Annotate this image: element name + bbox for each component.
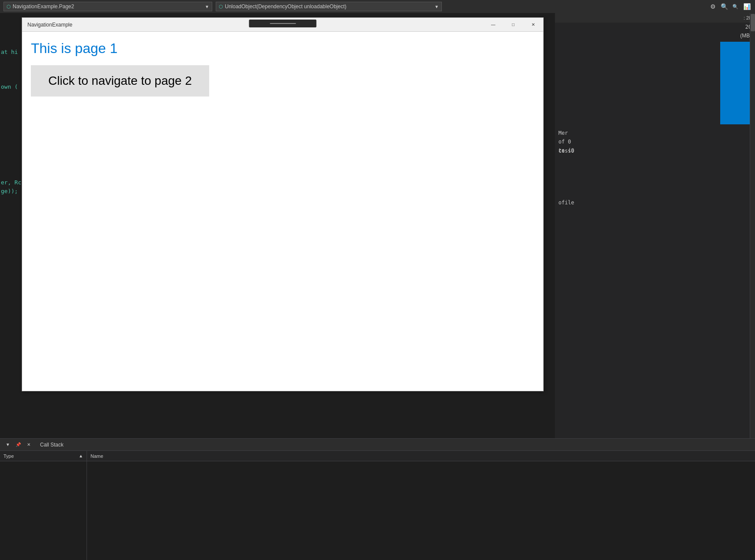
app-window-controls: — □ ✕ — [483, 18, 543, 31]
right-dropdown-text: UnloadObject(DependencyObject unloadable… — [225, 3, 347, 10]
left-code-line-3: er, Rc — [0, 178, 22, 187]
ide-toolbar: ⬡ NavigationExample.Page2 ▼ ⬡ UnloadObje… — [0, 0, 755, 13]
right-mb-label: (MB) — [555, 31, 755, 40]
close-icon: ✕ — [531, 22, 535, 27]
navigate-button[interactable]: Click to navigate to page 2 — [31, 65, 209, 97]
left-dropdown-arrow: ▼ — [205, 4, 209, 9]
close-button[interactable]: ✕ — [523, 18, 543, 32]
dropdown-arrow-button[interactable]: ▼ — [3, 440, 12, 449]
page-title: This is page 1 — [31, 40, 535, 57]
bottom-panel-content: Type ▲ Name — [0, 451, 755, 560]
app-content: This is page 1 Click to navigate to page… — [22, 32, 543, 391]
close-panel-button[interactable]: ✕ — [24, 440, 33, 449]
bottom-name-col: Name — [87, 451, 755, 560]
bottom-panel-toolbar: ▼ 📌 ✕ Call Stack — [0, 439, 755, 451]
bottom-type-col: Type ▲ — [0, 451, 87, 560]
maximize-button[interactable]: □ — [503, 18, 523, 32]
right-dropdown-arrow: ▼ — [434, 4, 439, 9]
pin-button[interactable]: 📌 — [14, 440, 23, 449]
zoom-in-button[interactable]: 🔍 — [719, 2, 729, 11]
right-scrollbar[interactable] — [751, 14, 755, 31]
right-dropdown[interactable]: ⬡ UnloadObject(DependencyObject unloadab… — [216, 2, 442, 11]
right-ts-label: ts (0 — [555, 146, 755, 155]
app-title: NavigationExample — [27, 22, 72, 28]
app-title-bar: NavigationExample — □ ✕ — [22, 18, 543, 32]
maximize-icon: □ — [512, 22, 514, 27]
left-code-line-2: own ( — [0, 83, 22, 91]
call-stack-tab[interactable]: Call Stack — [35, 439, 69, 450]
left-dropdown-text: NavigationExample.Page2 — [13, 3, 74, 10]
minimize-button[interactable]: — — [483, 18, 503, 32]
left-code-line-1: at hi — [0, 48, 22, 57]
right-of-label: of 0 — [555, 137, 755, 146]
left-code-panel: at hi own ( er, Rc ge)); — [0, 13, 22, 391]
right-header-row1: : 28 — [555, 13, 755, 23]
cesso-text: cesso — [558, 148, 574, 154]
bottom-panel: ▼ 📌 ✕ Call Stack Type ▲ Name — [0, 438, 755, 560]
chart-button[interactable]: 📊 — [742, 2, 752, 11]
sort-arrow: ▲ — [79, 453, 83, 458]
zoom-out-button[interactable]: 🔍 — [731, 2, 740, 11]
right-header-row2: 20 — [555, 23, 755, 31]
left-code-line-4: ge)); — [0, 187, 22, 196]
right-mem-label: Mer — [555, 129, 755, 137]
gear-button[interactable]: ⚙ — [708, 2, 718, 11]
scroll-indicator — [249, 20, 317, 27]
name-col-header: Name — [87, 451, 755, 461]
type-col-header: Type ▲ — [0, 451, 87, 461]
left-dropdown[interactable]: ⬡ NavigationExample.Page2 ▼ — [3, 2, 212, 11]
scroll-indicator-line — [270, 23, 296, 24]
app-window: NavigationExample — □ ✕ This is page 1 C… — [22, 17, 544, 391]
page-icon: ⬡ — [7, 4, 11, 10]
minimize-icon: — — [491, 22, 495, 27]
right-profile-label: ofile — [555, 198, 755, 207]
method-icon: ⬡ — [219, 4, 223, 10]
